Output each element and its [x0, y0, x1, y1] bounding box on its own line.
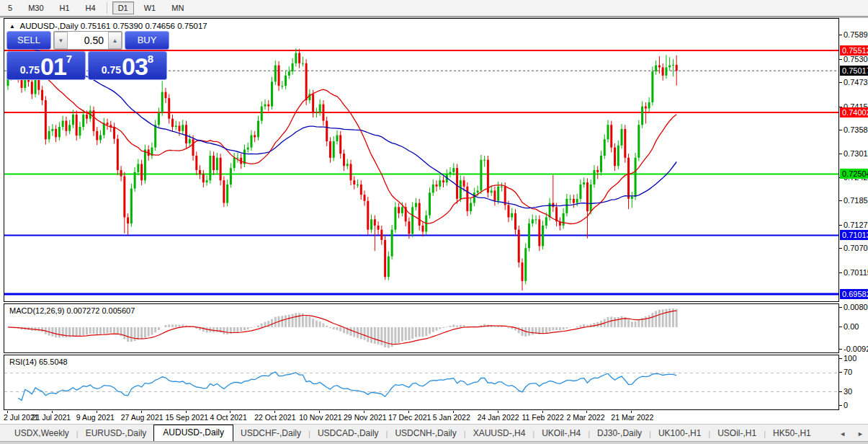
chart-tab-usdxweekly[interactable]: USDX,Weekly	[7, 426, 76, 441]
axis-tick-mark	[839, 307, 842, 308]
rsi-axis-label: 100	[844, 354, 856, 363]
axis-tick-mark	[839, 225, 842, 226]
axis-tick-mark	[839, 405, 842, 406]
tab-scroll-arrows: ◄ ►	[839, 430, 864, 438]
price-tick-label: 0.71855	[844, 196, 868, 205]
price-axis[interactable]: 0.758900.753050.747350.741500.735800.730…	[839, 18, 868, 424]
date-label: 22 Oct 2021	[254, 413, 295, 422]
axis-tick-mark	[839, 130, 842, 130]
rsi-indicator-pane[interactable]: RSI(14) 65.5048	[4, 355, 839, 410]
toolbar-group-separator	[107, 2, 107, 14]
rsi-canvas	[4, 355, 838, 409]
macd-axis-label: -0.00928	[844, 345, 868, 353]
rsi-label: RSI(14) 65.5048	[9, 358, 68, 366]
date-label: 5 Jan 2022	[433, 413, 470, 422]
current-bid-price-label: 0.75017	[840, 66, 868, 76]
sell-button[interactable]: SELL	[6, 31, 51, 50]
axis-tick-mark	[839, 391, 842, 392]
rsi-axis-label: 0	[844, 401, 848, 409]
chart-tab-usdcaddaily[interactable]: USDCAD-,Daily	[310, 426, 386, 441]
date-label: 21 Mar 2022	[611, 413, 653, 422]
price-tick-label: 0.74735	[844, 78, 868, 86]
date-label: 27 Aug 2021	[121, 413, 164, 422]
chart-tab-uk100h1[interactable]: UK100-,H1	[651, 426, 708, 441]
axis-tick-mark	[839, 35, 842, 35]
macd-value-signal: 0.005607	[102, 306, 135, 315]
time-axis[interactable]: 2 Jul 202121 Jul 20219 Aug 202127 Aug 20…	[4, 411, 868, 422]
macd-value-main: 0.007272	[66, 306, 99, 315]
chart-tab-usdchfdaily[interactable]: USDCHF-,Daily	[233, 426, 308, 441]
date-label: 10 Nov 2021	[299, 413, 342, 422]
timeframe-button-m30[interactable]: M30	[22, 1, 49, 14]
macd-label: MACD(12,26,9) 0.007272 0.005607	[9, 306, 135, 315]
chart-tab-ukoilh4[interactable]: UKOil-,H4	[534, 426, 588, 441]
timeframe-button-w1[interactable]: W1	[138, 1, 162, 14]
buy-button[interactable]: BUY	[125, 31, 169, 50]
axis-tick-mark	[839, 248, 842, 249]
date-label: 9 Aug 2021	[76, 413, 115, 422]
price-tick-label: 0.73010	[844, 149, 868, 158]
price-tick-label: 0.70115	[844, 268, 868, 277]
chart-symbol-label: AUDUSD-,Daily	[19, 22, 78, 30]
axis-tick-mark	[839, 372, 842, 373]
price-tick-label: 0.71270	[844, 221, 868, 229]
level-price-label: 0.75512	[840, 45, 868, 56]
date-label: 29 Nov 2021	[344, 413, 387, 422]
volume-increase-icon[interactable]: ▲	[108, 32, 122, 49]
tab-scroll-left-icon[interactable]: ◄	[839, 430, 846, 438]
sell-price-pip: 7	[66, 53, 72, 64]
chart-tab-hk50h1[interactable]: HK50-,H1	[766, 426, 818, 441]
sell-price-prefix: 0.75	[20, 63, 40, 77]
buy-price-box[interactable]: 0.75 03 8	[88, 51, 167, 80]
axis-tick-mark	[839, 349, 842, 350]
rsi-value: 65.5048	[39, 358, 68, 366]
chart-tab-xauusdh4[interactable]: XAUUSD-,H4	[466, 426, 533, 441]
status-bar	[0, 441, 868, 444]
chart-tab-eurusddaily[interactable]: EURUSD-,Daily	[79, 426, 154, 441]
date-label: 11 Feb 2022	[522, 413, 564, 422]
chart-tab-bar: USDX,Weekly|EURUSD-,DailyAUDUSD-,DailyUS…	[0, 424, 868, 441]
level-price-label: 0.74002	[840, 107, 868, 117]
timeframe-button-d1[interactable]: D1	[112, 1, 134, 14]
date-label: 17 Dec 2021	[388, 413, 431, 422]
level-price-label: 0.71013	[840, 230, 868, 240]
main-price-chart[interactable]: ▲ AUDUSD-,Daily 0.75161 0.75390 0.74656 …	[4, 18, 839, 302]
volume-input[interactable]: 0.50	[68, 32, 108, 49]
rsi-axis-label: 30	[844, 387, 852, 396]
chart-workspace: ▲ AUDUSD-,Daily 0.75161 0.75390 0.74656 …	[0, 18, 868, 424]
chart-tab-dj30daily[interactable]: DJ30-,Daily	[590, 426, 649, 441]
ohlc-open: 0.75161	[81, 22, 111, 30]
timeframe-button-5[interactable]: 5	[2, 1, 18, 14]
collapse-triangle-icon[interactable]: ▲	[9, 23, 15, 30]
buy-price-pip: 8	[148, 53, 153, 64]
one-click-trading-panel: SELL ▼ 0.50 ▲ BUY 0.75 01 7 0.75 03 8	[6, 31, 169, 80]
timeframe-button-mn[interactable]: MN	[166, 1, 189, 14]
axis-tick-mark	[839, 59, 842, 60]
sell-price-big: 01	[40, 56, 66, 77]
macd-axis-label: 0.008061	[844, 303, 868, 311]
chart-tab-usdcnhdaily[interactable]: USDCNH-,Daily	[388, 426, 463, 441]
ohlc-close: 0.75017	[177, 22, 207, 30]
chart-title: ▲ AUDUSD-,Daily 0.75161 0.75390 0.74656 …	[9, 22, 207, 30]
timeframe-button-h1[interactable]: H1	[54, 1, 76, 14]
price-tick-label: 0.75890	[844, 30, 868, 39]
axis-tick-mark	[839, 200, 842, 201]
chart-tab-usoilh1[interactable]: USOil-,H1	[710, 426, 764, 441]
macd-indicator-pane[interactable]: MACD(12,26,9) 0.007272 0.005607	[4, 303, 839, 353]
axis-tick-mark	[839, 272, 842, 273]
date-label: 15 Sep 2021	[166, 413, 209, 422]
buy-price-big: 03	[122, 56, 148, 77]
tab-scroll-right-icon[interactable]: ►	[857, 430, 864, 438]
price-tick-label: 0.75305	[844, 55, 868, 63]
timeframe-toolbar: 5M30H1H4D1W1MN	[0, 0, 868, 16]
buy-price-prefix: 0.75	[102, 63, 121, 77]
chart-tab-audusddaily[interactable]: AUDUSD-,Daily	[153, 425, 233, 441]
rsi-axis-label: 70	[844, 368, 852, 376]
date-label: 2 Mar 2022	[566, 413, 604, 422]
timeframe-button-h4[interactable]: H4	[80, 1, 102, 14]
date-label: 21 Jul 2021	[32, 413, 71, 422]
volume-decrease-icon[interactable]: ▼	[54, 32, 68, 49]
sell-price-box[interactable]: 0.75 01 7	[6, 51, 86, 80]
axis-tick-mark	[839, 358, 842, 359]
ohlc-low: 0.74656	[145, 22, 175, 30]
